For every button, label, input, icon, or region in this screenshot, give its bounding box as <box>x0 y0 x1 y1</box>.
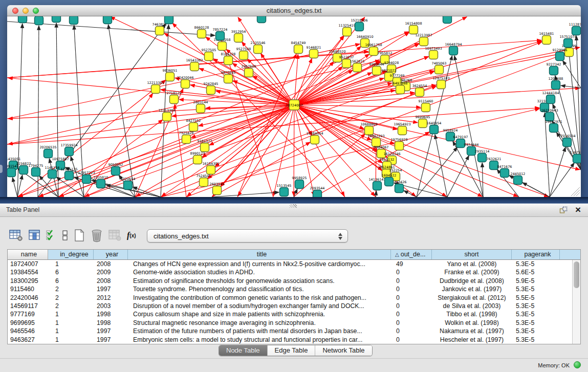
graph-node[interactable] <box>165 16 173 24</box>
table-cell[interactable]: 5.5E-5 <box>512 294 560 302</box>
table-cell[interactable]: Estimation of the future numbers of pati… <box>128 327 391 335</box>
table-cell[interactable]: 5.9E-5 <box>512 277 560 285</box>
control-panel-handle[interactable] <box>0 165 3 173</box>
graph-node[interactable] <box>419 119 427 128</box>
table-cell[interactable]: Jankovic et al. (1997) <box>432 285 512 293</box>
graph-node[interactable] <box>234 34 243 42</box>
graph-node[interactable] <box>254 45 263 54</box>
table-cell[interactable]: Genome-wide association studies in ADHD. <box>128 268 391 276</box>
graph-node[interactable] <box>311 136 319 144</box>
table-cell[interactable]: 1997 <box>94 336 128 344</box>
delete-table-icon[interactable] <box>108 228 121 243</box>
graph-node[interactable] <box>416 88 424 97</box>
graph-node[interactable] <box>200 178 208 187</box>
graph-node[interactable] <box>224 56 233 65</box>
graph-node[interactable] <box>224 75 233 83</box>
table-cell[interactable]: Yano et al. (2008) <box>432 260 512 268</box>
table-cell[interactable]: 9465546 <box>8 327 48 335</box>
table-cell[interactable]: 5.3E-5 <box>512 327 560 335</box>
table-cell[interactable]: Nakamura et al. (1997) <box>432 327 512 335</box>
table-cell[interactable]: Tourette syndrome. Phenomenology and cla… <box>128 285 391 293</box>
table-cell[interactable]: 9463627 <box>8 336 48 344</box>
table-cell[interactable]: 2009 <box>94 268 128 276</box>
table-cell[interactable]: 0 <box>391 277 432 285</box>
table-cell[interactable]: 5.3E-5 <box>512 260 560 268</box>
graph-node[interactable] <box>343 28 352 36</box>
graph-node[interactable] <box>478 154 487 162</box>
table-row[interactable]: 977716911998Corpus callosum shape and si… <box>8 310 580 318</box>
graph-node[interactable] <box>395 184 404 193</box>
graph-node[interactable] <box>443 16 452 24</box>
graph-node[interactable] <box>552 81 560 90</box>
graph-node[interactable] <box>112 167 120 176</box>
table-cell[interactable]: 5.3E-5 <box>512 285 560 293</box>
table-cell[interactable]: Dudbridge et al. (2008) <box>432 277 512 285</box>
table-cell[interactable]: 49 <box>391 260 432 268</box>
table-row[interactable]: 2242004622012Investigating the contribut… <box>8 294 580 302</box>
table-cell[interactable]: Tibbo et al. (1998) <box>432 310 512 318</box>
network-graph[interactable]: 1872400774638228660128391295415226058952… <box>7 16 581 197</box>
table-cell[interactable]: 5.3E-5 <box>512 319 560 327</box>
close-panel-icon[interactable]: × <box>575 204 581 215</box>
graph-node[interactable] <box>18 16 27 23</box>
graph-node[interactable] <box>35 16 43 25</box>
graph-node[interactable] <box>207 86 215 95</box>
network-canvas[interactable]: 1872400774638228660128391295415226058952… <box>7 16 581 197</box>
tab-node-table[interactable]: Node Table <box>219 345 268 356</box>
graph-node[interactable] <box>205 52 213 61</box>
scrollbar-thumb[interactable] <box>574 261 579 288</box>
graph-node[interactable] <box>239 51 248 60</box>
graph-node[interactable] <box>207 166 215 174</box>
table-cell[interactable]: Structural magnetic resonance image aver… <box>128 319 391 327</box>
graph-node[interactable] <box>550 67 558 75</box>
table-cell[interactable]: 1 <box>48 260 94 268</box>
graph-node[interactable] <box>166 73 175 81</box>
graph-node[interactable] <box>572 27 581 35</box>
table-cell[interactable]: 9115460 <box>8 285 48 293</box>
column-header-in-degree[interactable]: in_degree <box>48 250 94 259</box>
graph-node[interactable] <box>500 169 509 178</box>
table-row[interactable]: 1456911722003Disruption of a novel membe… <box>8 302 580 310</box>
table-scrollbar[interactable] <box>572 260 580 344</box>
panel-resize-grip[interactable] <box>290 204 297 208</box>
table-cell[interactable]: 1 <box>48 319 94 327</box>
table-cell[interactable]: Franke et al. (2009) <box>432 268 512 276</box>
table-cell[interactable]: 1998 <box>94 319 128 327</box>
float-panel-icon[interactable] <box>559 206 568 214</box>
graph-node[interactable] <box>193 156 202 164</box>
function-builder-icon[interactable]: f(x) <box>127 228 136 243</box>
graph-node[interactable] <box>48 170 57 179</box>
graph-node[interactable] <box>563 138 572 147</box>
graph-node[interactable] <box>32 168 40 177</box>
table-cell[interactable]: Disruption of a novel member of a sodium… <box>128 302 391 310</box>
table-cell[interactable]: 2008 <box>94 277 128 285</box>
graph-node[interactable] <box>369 47 378 56</box>
table-cell[interactable]: 2008 <box>94 260 128 268</box>
tab-edge-table[interactable]: Edge Table <box>268 345 316 356</box>
graph-node[interactable] <box>170 95 179 104</box>
table-cell[interactable]: Embryonic stem cells: a model to study s… <box>128 336 391 344</box>
graph-node[interactable] <box>449 47 458 55</box>
graph-node[interactable] <box>65 171 74 180</box>
graph-node[interactable] <box>189 123 198 132</box>
table-cell[interactable]: Hescheler et al. (1997) <box>432 336 512 344</box>
select-columns-icon[interactable] <box>46 228 56 243</box>
column-header-year[interactable]: year <box>94 250 128 259</box>
graph-node[interactable] <box>201 143 209 152</box>
new-column-icon[interactable] <box>74 228 85 243</box>
table-cell[interactable]: Investigating the contribution of common… <box>128 294 391 302</box>
table-cell[interactable]: 5.3E-5 <box>512 310 560 318</box>
table-cell[interactable]: 6 <box>48 268 94 276</box>
table-cell[interactable]: 2 <box>48 285 94 293</box>
graph-node[interactable] <box>313 190 322 198</box>
graph-node[interactable] <box>218 42 227 51</box>
graph-node[interactable] <box>373 67 381 75</box>
graph-node[interactable] <box>355 23 364 31</box>
graph-node[interactable] <box>437 80 446 89</box>
table-row[interactable]: 1830029562008Estimation of significance … <box>8 277 580 285</box>
graph-node[interactable] <box>395 142 404 150</box>
column-header-name[interactable]: name <box>8 250 48 259</box>
row-height-icon[interactable] <box>62 228 68 243</box>
table-row[interactable]: 969969511998Structural magnetic resonanc… <box>8 319 580 327</box>
graph-node[interactable] <box>547 95 555 104</box>
